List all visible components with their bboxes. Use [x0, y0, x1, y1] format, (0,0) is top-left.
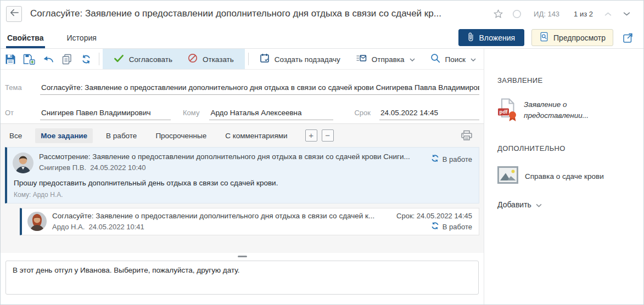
next-record-chevron-down-icon[interactable]	[617, 5, 636, 22]
collapse-all-button[interactable]: −	[322, 129, 334, 142]
search-icon	[430, 53, 440, 65]
preview-button[interactable]: Предпросмотр	[531, 29, 613, 46]
approve-button[interactable]: Согласовать	[106, 49, 180, 69]
status-circle-icon	[507, 5, 526, 22]
avatar	[13, 152, 33, 173]
task-card-window: Согласуйте: Заявление о предоставлении д…	[0, 0, 644, 305]
record-id: ИД: 143	[534, 10, 559, 18]
filter-in-progress[interactable]: В работе	[100, 128, 142, 143]
preview-document-icon	[539, 32, 549, 43]
save-icon[interactable]	[2, 49, 20, 69]
page-title: Согласуйте: Заявление о предоставлении д…	[30, 8, 441, 19]
print-icon[interactable]	[461, 130, 473, 141]
filter-my-task[interactable]: Мое задание	[35, 128, 93, 143]
comment-panel: В этот день отгул у Иванова. Выберите, п…	[1, 253, 484, 304]
additional-section-header: ДОПОЛНИТЕЛЬНО	[497, 144, 634, 152]
filter-with-comments[interactable]: С комментариями	[220, 128, 293, 143]
task-deadline: Срок: 24.05.2022 14:45	[396, 212, 472, 220]
image-document-icon	[497, 166, 518, 186]
create-subtask-button[interactable]: Создать подзадачу	[252, 49, 348, 69]
task-author: Снигирев П.В.	[39, 163, 86, 172]
toolbar: Согласовать Отказать Создать подзадачу	[1, 49, 484, 70]
deadline-label: Срок	[354, 109, 371, 120]
status-text: В работе	[443, 223, 472, 231]
pdf-document-icon: pdf	[497, 98, 517, 125]
subject-field[interactable]: Согласуйте: Заявление о предоставлении д…	[40, 83, 479, 95]
attachment-application-doc[interactable]: pdf Заявление о предоставлении...	[497, 98, 634, 125]
tab-history[interactable]: История	[66, 27, 98, 48]
task-date: 24.05.2022 10:41	[89, 223, 144, 231]
task-date: 24.05.2022 10:40	[90, 163, 145, 172]
star-favorite-icon[interactable]	[489, 5, 507, 22]
to-label: Кому	[183, 109, 199, 120]
chevron-down-icon	[471, 55, 476, 63]
send-menu-button[interactable]: Отправка	[348, 49, 423, 69]
task-author: Ардо Н.А.	[52, 223, 85, 231]
pager-counter: 1 из 2	[574, 10, 593, 18]
tab-properties[interactable]: Свойства	[6, 27, 45, 48]
application-section-header: ЗАЯВЛЕНИЕ	[497, 76, 634, 84]
send-envelope-icon	[356, 54, 367, 64]
attachment-label: Справка о сдаче крови	[525, 171, 613, 182]
expand-all-button[interactable]: +	[305, 129, 317, 142]
reject-button[interactable]: Отказать	[180, 49, 242, 69]
splitter-handle[interactable]	[238, 256, 247, 257]
in-progress-sync-icon	[431, 154, 439, 164]
task-addressee: Кому: Ардо Н.А.	[14, 191, 472, 199]
filter-all[interactable]: Все	[5, 128, 27, 143]
main-panel: Согласовать Отказать Создать подзадачу	[1, 49, 484, 304]
attachments-button[interactable]: Вложения	[458, 29, 524, 46]
task-form: Тема Согласуйте: Заявление о предоставле…	[1, 70, 484, 123]
status-badge: В работе	[396, 222, 472, 231]
filter-overdue[interactable]: Просроченные	[150, 128, 212, 143]
task-list-panel: Все Мое задание В работе Просроченные С …	[1, 123, 484, 253]
back-arrow-icon	[10, 9, 19, 19]
attachment-label: Заявление о предоставлении...	[524, 99, 612, 121]
status-text: В работе	[443, 155, 472, 163]
undo-icon[interactable]	[38, 49, 58, 69]
chevron-down-icon	[410, 55, 415, 63]
paperclip-icon	[468, 32, 474, 43]
toolbar-separator	[248, 53, 249, 65]
task-item-child[interactable]: Согласуйте: Заявление о предоставлении д…	[20, 208, 479, 235]
svg-text:pdf: pdf	[500, 109, 508, 115]
prohibit-icon	[188, 53, 198, 65]
add-attachment-button[interactable]: Добавить	[497, 200, 542, 209]
from-field[interactable]: Снигирев Павел Владимирович	[40, 109, 171, 120]
tab-bar: Свойства История Вложения Предпросмотр	[1, 27, 643, 49]
task-item-current[interactable]: Рассмотрение: Заявление о предоставлении…	[5, 147, 479, 204]
copy-icon[interactable]	[58, 49, 77, 69]
decision-actions-group: Согласовать Отказать	[103, 49, 245, 69]
subtask-calendar-icon	[260, 53, 270, 65]
task-title: Рассмотрение: Заявление о предоставлении…	[39, 152, 424, 161]
attachment-additional-doc[interactable]: Справка о сдаче крови	[497, 166, 634, 186]
status-badge: В работе	[431, 154, 472, 164]
task-body-text: Прошу предоставить дополнительный день о…	[14, 179, 472, 187]
comment-input[interactable]: В этот день отгул у Иванова. Выберите, п…	[5, 261, 479, 295]
header-bar: Согласуйте: Заявление о предоставлении д…	[1, 1, 643, 27]
save-and-add-icon[interactable]	[20, 49, 39, 69]
chevron-down-icon	[536, 200, 542, 209]
from-label: От	[5, 109, 28, 120]
subject-label: Тема	[5, 83, 28, 95]
check-icon	[114, 54, 124, 64]
toolbar-separator	[99, 53, 99, 65]
search-menu-button[interactable]: Поиск	[423, 49, 484, 69]
open-in-window-icon[interactable]	[620, 30, 636, 46]
task-filters: Все Мое задание В работе Просроченные С …	[5, 124, 479, 147]
attachments-sidebar: ЗАЯВЛЕНИЕ pdf Заявление о предоставлении…	[484, 49, 643, 304]
avatar	[27, 212, 47, 231]
back-button[interactable]	[6, 6, 22, 22]
refresh-icon[interactable]	[76, 49, 96, 69]
deadline-field[interactable]: 24.05.2022 14:45	[379, 109, 479, 120]
prev-record-chevron-up-icon[interactable]	[598, 5, 617, 22]
in-progress-sync-icon	[431, 222, 439, 231]
task-title: Согласуйте: Заявление о предоставлении д…	[52, 212, 390, 220]
to-field[interactable]: Ардо Наталья Алексеевна	[209, 109, 333, 120]
